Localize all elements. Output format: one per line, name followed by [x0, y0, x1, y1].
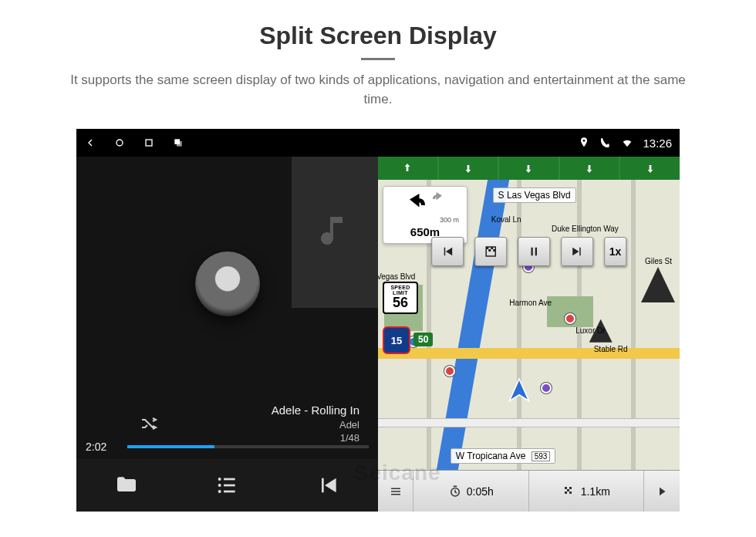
previous-track-button[interactable] — [316, 473, 340, 498]
eta-time: 0:05h — [413, 471, 529, 512]
svg-rect-17 — [535, 248, 536, 256]
turn-left-arrow-icon — [406, 190, 429, 216]
svg-point-4 — [583, 140, 586, 142]
transport-bar — [76, 459, 378, 512]
open-folder-button[interactable] — [114, 473, 139, 498]
svg-rect-12 — [486, 247, 488, 249]
street-label-current: W Tropicana Ave 593 — [451, 448, 556, 464]
navigation-footer: 0:05h 1.1km — [378, 470, 680, 512]
svg-rect-24 — [567, 489, 569, 491]
lane-arrow — [620, 157, 680, 180]
turn-instruction-panel: 300 m 650m — [383, 186, 467, 244]
playback-rate-button[interactable]: 1x — [604, 237, 627, 266]
menu-button[interactable] — [378, 471, 413, 512]
remaining-distance: 1.1km — [529, 471, 645, 512]
street-label: Harmon Ave — [505, 297, 556, 309]
svg-rect-8 — [224, 485, 235, 487]
lane-guidance-bar — [378, 157, 680, 180]
phone-icon — [599, 137, 612, 149]
svg-rect-25 — [565, 491, 567, 494]
svg-rect-22 — [565, 487, 567, 489]
location-pin-icon — [578, 137, 590, 149]
shuffle-icon[interactable] — [140, 414, 158, 433]
page-title: Split Screen Display — [0, 0, 756, 50]
road — [378, 418, 680, 427]
home-icon[interactable] — [113, 137, 126, 149]
street-label: Koval Ln — [487, 214, 526, 225]
street-name: W Tropicana Ave — [456, 451, 526, 461]
map-previous-button[interactable] — [431, 237, 464, 266]
playlist-button[interactable] — [214, 473, 239, 498]
road — [378, 348, 680, 359]
svg-rect-1 — [146, 140, 152, 146]
elapsed-time: 2:02 — [86, 441, 120, 453]
street-label: Duke Ellington Way — [547, 223, 623, 235]
speed-value: 56 — [384, 296, 417, 309]
speed-limit-sign: SPEED LIMIT 56 — [383, 282, 418, 314]
svg-rect-3 — [177, 141, 182, 147]
svg-rect-20 — [391, 494, 400, 495]
svg-point-7 — [218, 484, 221, 487]
turn-right-arrow-icon — [430, 190, 444, 216]
music-note-icon — [316, 212, 353, 252]
lane-arrow — [378, 157, 439, 180]
poi-marker[interactable] — [444, 366, 455, 377]
music-app-pane: Adele - Rolling In Adel 1/48 2:02 — [76, 157, 378, 512]
lane-arrow — [560, 157, 621, 180]
album-art-next[interactable] — [292, 157, 378, 308]
svg-rect-10 — [224, 491, 235, 493]
speed-label: SPEED — [384, 285, 417, 290]
map-media-controls: 1x — [431, 237, 627, 266]
album-art-current[interactable] — [195, 252, 260, 316]
wifi-icon — [621, 137, 633, 149]
street-label: Stable Rd — [589, 343, 633, 355]
svg-point-0 — [116, 140, 123, 146]
lane-arrow — [439, 157, 500, 180]
street-number: 593 — [532, 451, 551, 461]
screenshot-icon[interactable] — [172, 137, 184, 149]
title-underline — [361, 58, 395, 60]
street-label: Vegas Blvd — [378, 271, 420, 282]
svg-rect-26 — [569, 491, 572, 494]
back-icon[interactable] — [84, 137, 96, 149]
android-statusbar: 13:26 — [76, 129, 680, 157]
statusbar-clock: 13:26 — [643, 137, 672, 150]
svg-rect-16 — [531, 248, 532, 256]
svg-point-9 — [218, 490, 221, 493]
exit-number: 50 — [413, 333, 433, 346]
track-artist: Adel — [272, 418, 359, 432]
svg-rect-6 — [224, 478, 235, 481]
svg-rect-19 — [391, 491, 400, 492]
interstate-shield: 15 — [383, 326, 410, 354]
poi-marker[interactable] — [541, 383, 552, 393]
map-pause-button[interactable] — [518, 237, 550, 266]
street-label: Giles St — [640, 255, 677, 267]
eta-time-value: 0:05h — [467, 485, 494, 498]
progress-bar[interactable] — [127, 445, 369, 448]
pyramid-icon — [641, 267, 675, 302]
svg-rect-13 — [491, 247, 493, 249]
street-label: Luxor Dr — [571, 325, 609, 336]
svg-rect-15 — [493, 249, 495, 252]
lane-arrow — [499, 157, 560, 180]
page-subtitle: It supports the same screen display of t… — [62, 71, 694, 109]
device-screenshot: 13:26 Adele - Rolling In Adel 1/48 2:02 — [76, 129, 680, 512]
svg-rect-23 — [569, 487, 572, 489]
map-next-button[interactable] — [561, 237, 593, 266]
next-step-button[interactable] — [644, 471, 680, 512]
svg-point-5 — [218, 478, 221, 481]
current-position-arrow — [505, 377, 534, 409]
map-destination-button[interactable] — [474, 237, 507, 266]
navigation-app-pane: 300 m 650m 1x SPEED LIMIT 56 15 50 S Las… — [378, 157, 680, 512]
street-label: S Las Vegas Blvd — [493, 187, 576, 203]
svg-rect-14 — [488, 249, 491, 252]
svg-rect-18 — [391, 488, 400, 489]
secondary-turn-distance: 300 m — [386, 216, 464, 224]
recent-apps-icon[interactable] — [143, 137, 155, 149]
distance-value: 1.1km — [581, 485, 610, 498]
